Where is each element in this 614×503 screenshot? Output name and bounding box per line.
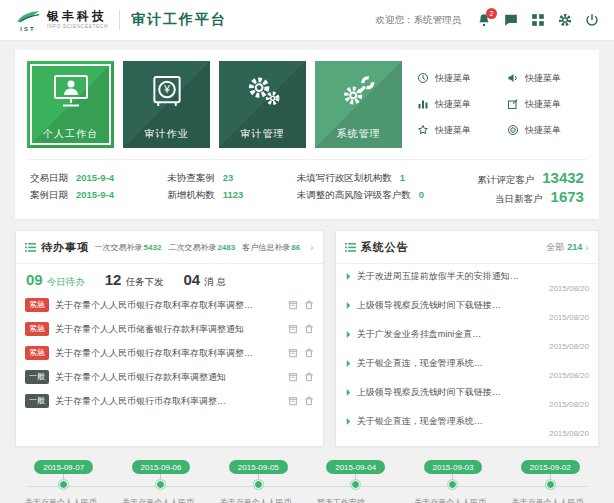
priority-badge: 紧急 [25, 322, 49, 336]
notification-badge: 2 [486, 8, 497, 19]
app-logo[interactable]: IST 银丰科技 INFO SCIENCE&TECH 审计工作平台 [15, 9, 227, 32]
announcements-title: 系统公告 [361, 240, 409, 255]
logo-swoosh-icon [15, 9, 41, 27]
announcements-panel: 系统公告 全部 214 › 关于改进周五提前放假半天的安排通知… 2015/08… [335, 230, 599, 447]
power-icon[interactable] [585, 13, 599, 27]
priority-badge: 一般 [25, 370, 49, 384]
tab-today-todo[interactable]: 09 今日待办 [26, 271, 85, 289]
apps-grid-icon[interactable] [531, 13, 545, 27]
tab-task-dispatch[interactable]: 12 任务下发 [105, 271, 164, 289]
arrow-bullet-icon [345, 331, 352, 338]
logo-short-text: IST [20, 26, 35, 32]
todo-item[interactable]: 紧急 关于存量个人人民币银行存取利率存取利率调整… [25, 293, 314, 317]
quick-menu-item-6[interactable]: 快捷菜单 [507, 124, 587, 138]
announcement-text: 关于银企直连，现金管理系统… [357, 415, 589, 428]
timeline-date-pill: 2015-09-05 [229, 460, 288, 474]
filter-first-entry[interactable]: 一次交易补录5432 [95, 242, 162, 253]
priority-badge: 紧急 [25, 298, 49, 312]
delete-icon[interactable] [304, 348, 314, 358]
tab-messages[interactable]: 04 消 息 [183, 271, 225, 289]
timeline-text: 关于存量个人人民币银行存取利率调整办理。 [112, 497, 209, 503]
todo-text: 关于存量个人人民币银行存款利率调整通知 [55, 371, 282, 384]
announcement-item[interactable]: 上级领导视察反洗钱时间下载链接… 2015/08/20 [345, 383, 589, 412]
tile-system-management[interactable]: 系统管理 [315, 61, 402, 148]
timeline-text: 关于存量个人人民币银行存取利率调整存取调整办理。 [15, 497, 112, 503]
archive-icon[interactable] [288, 300, 298, 310]
brand-name: 银丰科技 [47, 10, 108, 24]
stat-value: 1123 [223, 186, 244, 203]
announcement-item[interactable]: 上级领导视察反洗钱时间下载链接… 2015/08/20 [345, 296, 589, 325]
todo-item[interactable]: 一般 关于存量个人人民币银行存款利率调整通知 [25, 365, 314, 389]
todo-more-chevron-icon[interactable]: › [310, 242, 314, 253]
announcement-item[interactable]: 关于银企直连，现金管理系统… 2015/08/20 [345, 354, 589, 383]
announcement-item[interactable]: 关于广发金业务挂盘mini金直… 2015/08/20 [345, 325, 589, 354]
delete-icon[interactable] [304, 300, 314, 310]
todo-item[interactable]: 一般 关于存量个人人民币银行币存取利率调整… [25, 389, 314, 413]
quick-menu-item-5[interactable]: 快捷菜单 [417, 124, 497, 138]
filter-customer-info[interactable]: 客户信息补录86 [242, 242, 300, 253]
quick-menu-item-4[interactable]: 快捷菜单 [507, 98, 587, 112]
stat-label: 案例日期 [30, 186, 68, 203]
stats-row: 交易日期2015-9-4 案例日期2015-9-4 未协查案例23 新增机构数1… [27, 159, 587, 208]
quick-menu-label: 快捷菜单 [435, 98, 471, 111]
quick-menu-item-2[interactable]: 快捷菜单 [507, 72, 587, 86]
quick-menu-label: 快捷菜单 [435, 124, 471, 137]
priority-badge: 紧急 [25, 346, 49, 360]
archive-icon[interactable] [288, 372, 298, 382]
delete-icon[interactable] [304, 396, 314, 406]
todo-text: 关于存量个人人民币银行币存取利率调整… [55, 395, 282, 408]
delete-icon[interactable] [304, 372, 314, 382]
archive-icon[interactable] [288, 396, 298, 406]
stat-label: 未调整的高风险评级客户数 [297, 186, 411, 203]
target-icon [507, 124, 519, 138]
announcement-item[interactable]: 关于银企直连，现金管理系统… 2015/08/20 [345, 412, 589, 441]
welcome-text: 欢迎您：系统管理员 [376, 14, 462, 27]
quick-menu-label: 快捷菜单 [525, 124, 561, 137]
tile-personal-workbench[interactable]: 个人工作台 [27, 61, 114, 148]
timeline-entry: 2015-09-07 关于存量个人人民币银行存取利率调整存取调整办理。 [15, 460, 112, 503]
timeline-text: 关于存量个人人民币银行存取利率调整存取调整办理。 [210, 497, 307, 503]
tile-audit-management[interactable]: 审计管理 [219, 61, 306, 148]
announcement-text: 上级领导视察反洗钱时间下载链接… [357, 299, 589, 312]
bell-icon[interactable]: 2 [477, 13, 491, 27]
timeline-entry: 2015-09-03 关于存量个人人民币银行存取利率调整办理。 [404, 460, 501, 503]
quick-menu-item-3[interactable]: 快捷菜单 [417, 98, 497, 112]
stat-label: 未协查案例 [167, 169, 215, 186]
archive-icon[interactable] [288, 324, 298, 334]
stat-label: 未填写行政区划机构数 [297, 169, 392, 186]
delete-icon[interactable] [304, 324, 314, 334]
announcement-item[interactable]: 关于改进周五提前放假半天的安排通知… 2015/08/20 [345, 267, 589, 296]
top-bar: IST 银丰科技 INFO SCIENCE&TECH 审计工作平台 欢迎您：系统… [0, 0, 614, 40]
list-icon [25, 238, 36, 256]
timeline-entry: 2015-09-04 暂无工作安排 [307, 460, 404, 503]
announcements-more-chevron-icon: › [585, 242, 589, 253]
todo-text: 关于存量个人人民币银行存取利率存取利率调整… [55, 347, 282, 360]
announcement-text: 上级领导视察反洗钱时间下载链接… [357, 386, 589, 399]
announcement-date: 2015/08/20 [345, 313, 589, 322]
speaker-icon [507, 72, 519, 86]
monitor-user-icon [27, 74, 114, 109]
arrow-bullet-icon [345, 389, 352, 396]
timeline-entry: 2015-09-02 关于存量个人人民币银行存取利率调整办理。 [502, 460, 599, 503]
safe-yuan-icon: ¥ [123, 74, 210, 109]
tile-label: 系统管理 [315, 127, 402, 141]
filter-second-entry[interactable]: 二次交易补录2483 [168, 242, 235, 253]
settings-gear-icon[interactable] [558, 13, 572, 27]
todo-item[interactable]: 紧急 关于存量个人人民币储蓄银行存款利率调整通知 [25, 317, 314, 341]
announcement-text: 关于改进周五提前放假半天的安排通知… [357, 270, 589, 283]
announcements-all-link[interactable]: 全部 214 › [546, 241, 589, 254]
stat-label: 新增机构数 [167, 186, 215, 203]
quick-menu-item-1[interactable]: 快捷菜单 [417, 72, 497, 86]
announcement-date: 2015/08/20 [345, 400, 589, 409]
todo-panel: 待办事项 一次交易补录5432 二次交易补录2483 客户信息补录86 › 09… [15, 230, 324, 447]
announcement-date: 2015/08/20 [345, 284, 589, 293]
archive-icon[interactable] [288, 348, 298, 358]
todo-item[interactable]: 紧急 关于存量个人人民币银行存取利率存取利率调整… [25, 341, 314, 365]
todo-panel-title: 待办事项 [41, 240, 89, 255]
announcement-text: 关于广发金业务挂盘mini金直… [357, 328, 589, 341]
tile-audit-operation[interactable]: ¥ 审计作业 [123, 61, 210, 148]
tile-label: 个人工作台 [27, 127, 114, 141]
message-icon[interactable] [504, 13, 518, 27]
quick-menu: 快捷菜单 快捷菜单 快捷菜单 快捷菜单 快捷菜单 [405, 61, 587, 148]
timeline-date-pill: 2015-09-04 [326, 460, 385, 474]
